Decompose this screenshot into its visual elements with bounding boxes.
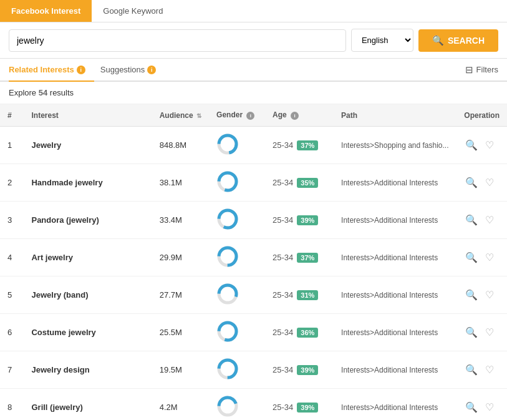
cell-num: 1 <box>0 127 24 164</box>
col-header-path: Path <box>334 104 456 127</box>
search-op-button[interactable]: 🔍 <box>464 325 479 339</box>
col-header-interest: Interest <box>24 104 152 127</box>
cell-num: 4 <box>0 239 24 276</box>
cell-path: Interests>Additional Interests <box>334 351 456 389</box>
filters-label: Filters <box>476 65 498 74</box>
table-row: 5 Jewelry (band) 27.7M 25-34 31% Interes… <box>0 276 507 314</box>
cell-age: 25-34 39% <box>265 202 334 239</box>
results-count-explore: Explore <box>9 88 36 97</box>
tab-google-keyword[interactable]: Google Keyword <box>92 0 174 22</box>
table-body: 1 Jewelry 848.8M 25-34 37% Interests>Sho… <box>0 127 507 421</box>
language-select[interactable]: English Spanish French <box>351 29 413 52</box>
cell-gender <box>209 389 265 421</box>
cell-operation: 🔍 ♡ <box>456 202 507 239</box>
age-range: 25-34 <box>273 253 293 262</box>
cell-audience: 25.5M <box>152 314 209 351</box>
cell-num: 7 <box>0 351 24 389</box>
cell-operation: 🔍 ♡ <box>456 314 507 351</box>
cell-operation: 🔍 ♡ <box>456 127 507 164</box>
cell-interest: Handmade jewelry <box>24 164 152 202</box>
favorite-op-button[interactable]: ♡ <box>484 363 495 377</box>
results-count-bar: Explore 54 results <box>0 82 507 104</box>
search-op-button[interactable]: 🔍 <box>464 175 479 190</box>
cell-path: Interests>Additional Interests <box>334 389 456 421</box>
cell-audience: 19.5M <box>152 351 209 389</box>
tab-facebook-interest[interactable]: Facebook Interest <box>0 0 92 22</box>
favorite-op-button[interactable]: ♡ <box>484 288 495 302</box>
suggestions-label: Suggestions <box>100 65 145 74</box>
results-table: # Interest Audience ⇅ Gender i Age i Pat… <box>0 104 507 420</box>
age-badge: 39% <box>297 365 318 375</box>
cell-interest: Grill (jewelry) <box>24 389 152 421</box>
cell-interest: Jewelry (band) <box>24 276 152 314</box>
search-op-button[interactable]: 🔍 <box>464 400 479 414</box>
cell-audience: 38.1M <box>152 164 209 202</box>
cell-operation: 🔍 ♡ <box>456 164 507 202</box>
related-interests-info-icon: i <box>77 66 85 74</box>
cell-num: 5 <box>0 276 24 314</box>
cell-gender <box>209 202 265 239</box>
age-range: 25-34 <box>273 403 293 412</box>
search-op-button[interactable]: 🔍 <box>464 363 479 377</box>
search-op-button[interactable]: 🔍 <box>464 250 479 265</box>
table-row: 8 Grill (jewelry) 4.2M 25-34 39% Interes… <box>0 389 507 421</box>
sub-tab-related-interests[interactable]: Related Interests i <box>9 59 94 82</box>
cell-audience: 27.7M <box>152 276 209 314</box>
cell-gender <box>209 351 265 389</box>
cell-gender <box>209 239 265 276</box>
cell-interest: Costume jewelry <box>24 314 152 351</box>
cell-interest: Pandora (jewelry) <box>24 202 152 239</box>
gender-info-icon: i <box>246 112 254 120</box>
age-badge: 35% <box>297 178 318 188</box>
cell-operation: 🔍 ♡ <box>456 239 507 276</box>
search-op-button[interactable]: 🔍 <box>464 288 479 302</box>
search-button[interactable]: 🔍 SEARCH <box>418 29 498 52</box>
cell-gender <box>209 164 265 202</box>
cell-operation: 🔍 ♡ <box>456 276 507 314</box>
favorite-op-button[interactable]: ♡ <box>484 213 495 227</box>
cell-path: Interests>Additional Interests <box>334 276 456 314</box>
favorite-op-button[interactable]: ♡ <box>484 400 495 414</box>
search-op-button[interactable]: 🔍 <box>464 138 479 152</box>
cell-gender <box>209 314 265 351</box>
table-row: 1 Jewelry 848.8M 25-34 37% Interests>Sho… <box>0 127 507 164</box>
filters-icon: ⊟ <box>465 64 473 76</box>
sub-tabs-left: Related Interests i Suggestions i <box>9 59 171 81</box>
favorite-op-button[interactable]: ♡ <box>484 138 495 152</box>
col-header-audience[interactable]: Audience ⇅ <box>152 104 209 127</box>
sub-tab-suggestions[interactable]: Suggestions i <box>100 59 165 81</box>
age-range: 25-34 <box>273 290 293 300</box>
cell-age: 25-34 39% <box>265 351 334 389</box>
cell-age: 25-34 37% <box>265 127 334 164</box>
age-badge: 39% <box>297 215 318 225</box>
age-badge: 39% <box>297 403 318 413</box>
age-range: 25-34 <box>273 215 293 225</box>
age-range: 25-34 <box>273 328 293 337</box>
table-row: 6 Costume jewelry 25.5M 25-34 36% Intere… <box>0 314 507 351</box>
age-badge: 36% <box>297 328 318 338</box>
age-info-icon: i <box>291 112 299 120</box>
favorite-op-button[interactable]: ♡ <box>484 175 495 190</box>
favorite-op-button[interactable]: ♡ <box>484 325 495 339</box>
cell-num: 2 <box>0 164 24 202</box>
suggestions-info-icon: i <box>147 66 156 74</box>
col-header-age: Age i <box>265 104 334 127</box>
cell-num: 8 <box>0 389 24 421</box>
related-interests-label: Related Interests <box>9 65 74 74</box>
cell-path: Interests>Additional Interests <box>334 202 456 239</box>
cell-audience: 29.9M <box>152 239 209 276</box>
table-row: 7 Jewelry design 19.5M 25-34 39% Interes… <box>0 351 507 389</box>
cell-operation: 🔍 ♡ <box>456 389 507 421</box>
filters-button[interactable]: ⊟ Filters <box>465 59 498 81</box>
sub-tabs-bar: Related Interests i Suggestions i ⊟ Filt… <box>0 59 507 82</box>
age-range: 25-34 <box>273 140 293 150</box>
results-count-value: 54 <box>39 88 47 97</box>
age-badge: 37% <box>297 253 318 263</box>
search-op-button[interactable]: 🔍 <box>464 213 479 227</box>
favorite-op-button[interactable]: ♡ <box>484 250 495 265</box>
cell-age: 25-34 31% <box>265 276 334 314</box>
age-badge: 31% <box>297 290 318 300</box>
audience-sort-icon: ⇅ <box>196 112 201 119</box>
cell-interest: Jewelry <box>24 127 152 164</box>
search-input[interactable] <box>9 29 346 52</box>
